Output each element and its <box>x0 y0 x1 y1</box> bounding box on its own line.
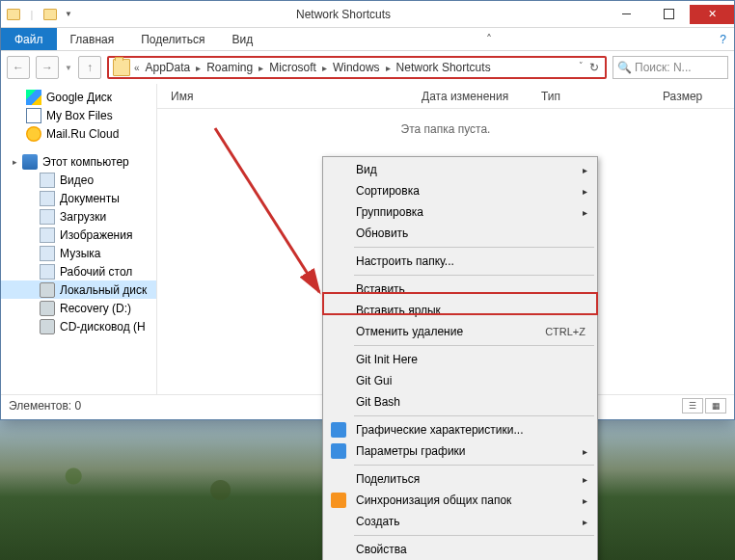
ctx-item[interactable]: Настроить папку... <box>325 251 595 272</box>
ctx-label: Группировка <box>356 205 423 219</box>
col-type[interactable]: Тип <box>528 90 649 103</box>
tree-icon <box>40 301 55 316</box>
tree-label: Этот компьютер <box>42 155 129 169</box>
crumb-windows[interactable]: Windows <box>329 61 384 74</box>
ctx-item[interactable]: Вставить ярлык <box>325 300 595 321</box>
col-name[interactable]: Имя <box>157 90 408 103</box>
ctx-label: Создать <box>356 515 400 528</box>
tab-view[interactable]: Вид <box>218 28 266 50</box>
ctx-item[interactable]: Группировка <box>325 201 595 223</box>
tree-item[interactable]: Видео <box>1 171 156 189</box>
maximize-button[interactable] <box>647 5 690 24</box>
breadcrumb[interactable]: « AppData ▸ Roaming ▸ Microsoft ▸ Window… <box>107 56 607 79</box>
tree-label: Mail.Ru Cloud <box>46 127 119 141</box>
ctx-label: Синхронизация общих папок <box>356 493 511 507</box>
qat-dropdown-icon[interactable]: ▼ <box>61 7 76 22</box>
ctx-separator <box>354 415 594 416</box>
ctx-label: Настроить папку... <box>356 254 454 268</box>
expand-icon[interactable]: ▸ <box>13 157 17 167</box>
tree-icon <box>40 227 55 243</box>
view-icons-button[interactable]: ▦ <box>705 398 726 413</box>
nav-tree[interactable]: Google ДискMy Box FilesMail.Ru Cloud ▸ Э… <box>1 84 157 394</box>
tree-item[interactable]: Mail.Ru Cloud <box>1 124 156 143</box>
up-button[interactable] <box>78 56 101 79</box>
forward-button[interactable] <box>36 56 59 79</box>
crumb-appdata[interactable]: AppData <box>141 61 194 74</box>
crumb-networkshortcuts[interactable]: Network Shortcuts <box>393 61 495 74</box>
close-button[interactable] <box>690 5 734 24</box>
tab-share[interactable]: Поделиться <box>127 28 218 50</box>
ctx-item[interactable]: Синхронизация общих папок <box>325 490 595 511</box>
ctx-item[interactable]: Поделиться <box>325 468 595 490</box>
tree-item[interactable]: CD-дисковод (H <box>1 317 156 335</box>
col-date[interactable]: Дата изменения <box>408 90 528 103</box>
tree-item[interactable]: Загрузки <box>1 207 156 226</box>
ctx-item[interactable]: Обновить <box>325 223 595 244</box>
search-placeholder: Поиск: N... <box>635 61 692 74</box>
breadcrumb-folder-icon <box>113 59 130 76</box>
ctx-item[interactable]: Свойства <box>325 539 595 560</box>
chevron-right-icon: ▸ <box>320 63 329 73</box>
help-icon[interactable]: ? <box>712 28 734 50</box>
tree-icon <box>40 209 55 225</box>
ctx-icon <box>331 443 346 459</box>
tree-label: Локальный диск <box>60 283 147 297</box>
ctx-item[interactable]: Сортировка <box>325 180 595 201</box>
ctx-label: Параметры графики <box>356 444 466 458</box>
tree-this-pc[interactable]: ▸ Этот компьютер <box>1 152 156 171</box>
folder-icon <box>7 9 20 20</box>
history-dropdown-icon[interactable]: ▼ <box>65 64 72 72</box>
tree-icon <box>26 108 41 123</box>
ctx-item[interactable]: Git Gui <box>325 370 595 391</box>
tree-item[interactable]: Локальный диск <box>1 280 156 299</box>
tree-label: CD-дисковод (H <box>60 320 146 333</box>
ctx-label: Свойства <box>356 543 407 556</box>
view-details-button[interactable]: ☰ <box>682 398 703 413</box>
crumb-microsoft[interactable]: Microsoft <box>265 61 320 74</box>
ctx-item[interactable]: Создать <box>325 511 595 532</box>
tree-item[interactable]: Музыка <box>1 244 156 262</box>
tree-item[interactable]: Recovery (D:) <box>1 299 156 317</box>
chevron-right-icon: ▸ <box>257 63 265 73</box>
crumb-roaming[interactable]: Roaming <box>203 61 257 74</box>
ctx-label: Сортировка <box>356 184 420 198</box>
ctx-separator <box>354 345 594 346</box>
tree-label: Видео <box>60 173 94 187</box>
file-tab[interactable]: Файл <box>1 28 57 50</box>
tree-item[interactable]: Рабочий стол <box>1 262 156 280</box>
navigation-bar: ▼ « AppData ▸ Roaming ▸ Microsoft ▸ Wind… <box>1 51 734 84</box>
window-title: Network Shortcuts <box>82 8 605 21</box>
back-button[interactable] <box>7 56 30 79</box>
qat-sep: | <box>24 7 40 22</box>
crumb-dropdown-icon[interactable]: ˅ <box>579 61 584 74</box>
ctx-label: Git Gui <box>356 374 392 387</box>
ctx-icon <box>331 422 346 438</box>
ctx-item[interactable]: Отменить удалениеCTRL+Z <box>325 321 595 342</box>
tree-item[interactable]: Изображения <box>1 226 156 244</box>
tree-icon <box>40 319 55 334</box>
ctx-label: Отменить удаление <box>356 325 463 338</box>
tree-item[interactable]: Google Диск <box>1 88 156 106</box>
ctx-label: Вставить <box>356 282 405 296</box>
search-input[interactable]: 🔍 Поиск: N... <box>612 56 728 79</box>
tree-icon <box>40 246 55 261</box>
empty-folder-text: Эта папка пуста. <box>157 109 734 149</box>
minimize-button[interactable] <box>605 5 647 24</box>
ctx-label: Вставить ярлык <box>356 304 441 317</box>
tree-icon <box>26 126 41 142</box>
titlebar: | ▼ Network Shortcuts <box>1 1 734 28</box>
ctx-item[interactable]: Вставить <box>325 279 595 300</box>
ctx-item[interactable]: Параметры графики <box>325 440 595 462</box>
ctx-item[interactable]: Git Bash <box>325 391 595 413</box>
tree-icon <box>26 90 41 105</box>
tree-item[interactable]: Документы <box>1 189 156 207</box>
col-size[interactable]: Размер <box>649 90 734 103</box>
tab-home[interactable]: Главная <box>57 28 128 50</box>
qat-properties-icon[interactable] <box>43 9 57 20</box>
ctx-item[interactable]: Git Init Here <box>325 349 595 370</box>
ribbon-collapse-icon[interactable]: ˄ <box>478 28 500 50</box>
refresh-icon[interactable]: ↻ <box>589 61 599 74</box>
ctx-item[interactable]: Графические характеристики... <box>325 419 595 440</box>
ctx-item[interactable]: Вид <box>325 159 595 180</box>
tree-item[interactable]: My Box Files <box>1 106 156 124</box>
